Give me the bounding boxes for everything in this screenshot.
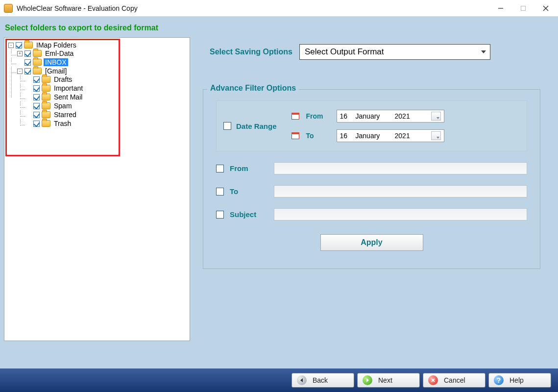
from-filter-label: From [230,164,268,172]
tree-label: Spam [52,102,73,110]
tree-label: [Gmail] [44,67,68,75]
tree-label: Eml-Data [44,49,75,57]
minimize-button[interactable] [489,0,512,16]
checkbox[interactable] [33,103,40,109]
tree-node[interactable]: Spam [26,102,188,110]
svg-marker-4 [300,378,303,382]
select-value: Select Output Format [305,47,384,57]
folder-icon [42,76,50,83]
window-title: WholeClear Software - Evaluation Copy [17,4,138,12]
maximize-button[interactable] [512,0,534,16]
folder-icon [42,102,50,109]
bottom-toolbar: Back Next Cancel ? Help [0,368,558,392]
advance-filter-fieldset: Advance Filter Options Date Range From 1… [203,89,540,269]
folder-icon [33,50,42,57]
folder-icon [24,42,33,49]
from-date-picker[interactable]: 16 January 2021 [337,110,444,122]
date-range-label: Date Range [236,122,277,130]
checkbox[interactable] [33,85,40,92]
checkbox[interactable] [33,112,40,118]
tree-label: Drafts [52,75,73,83]
folder-icon [42,85,50,92]
expand-toggle[interactable]: + [17,51,23,56]
tree-node-gmail[interactable]: - [Gmail] [17,67,188,75]
to-filter-label: To [230,187,268,196]
next-button[interactable]: Next [357,373,420,388]
options-panel: Select Saving Options Select Output Form… [202,37,552,341]
expand-spacer [17,60,23,65]
tree-node[interactable]: Sent Mail [26,93,188,101]
folder-icon [33,59,42,66]
subject-input[interactable] [274,208,527,220]
date-dropdown-icon[interactable] [431,131,441,140]
tree-node[interactable]: Drafts [26,75,188,83]
tree-label: INBOX [44,58,68,66]
date-range-checkbox[interactable] [223,122,231,130]
from-checkbox[interactable] [216,165,224,172]
subject-filter-label: Subject [230,210,268,219]
tree-label: Starred [52,111,78,119]
close-button[interactable] [534,0,557,16]
chevron-down-icon [481,50,486,53]
checkbox[interactable] [33,76,40,83]
tree-label: Sent Mail [52,93,84,101]
folder-icon [33,68,42,74]
checkbox[interactable] [33,94,40,100]
saving-options-label: Select Saving Options [210,48,292,56]
checkbox[interactable] [24,50,31,57]
checkbox[interactable] [16,42,22,49]
tree-label: IMap Folders [35,41,78,49]
to-date-picker[interactable]: 16 January 2021 [337,129,444,142]
svg-rect-1 [521,6,526,10]
folder-tree-panel: - IMap Folders + Eml-Dat [4,37,190,341]
apply-button[interactable]: Apply [320,234,423,251]
calendar-icon [291,113,299,120]
folder-icon [42,120,50,127]
tree-node[interactable]: Important [26,84,188,92]
checkbox[interactable] [33,121,40,127]
tree-label: Trash [52,120,73,127]
tree-node[interactable]: Starred [26,111,188,119]
to-input[interactable] [274,185,527,197]
svg-marker-5 [366,378,369,382]
fieldset-legend: Advance Filter Options [207,84,299,93]
expand-toggle[interactable]: - [17,69,23,74]
from-date-label: From [306,112,330,120]
date-range-box: Date Range From 16 January 2021 [216,100,527,151]
folder-icon [42,94,50,100]
to-checkbox[interactable] [216,188,224,196]
tree-label: Important [52,84,84,92]
help-icon: ? [494,375,504,385]
titlebar: WholeClear Software - Evaluation Copy [0,0,558,17]
calendar-icon [291,132,299,139]
app-icon [4,4,13,13]
content-area: Select folders to export to desired form… [0,17,558,392]
checkbox[interactable] [24,59,31,66]
cancel-icon [428,375,438,385]
next-icon [363,375,372,385]
tree-node-inbox[interactable]: INBOX [17,58,188,66]
to-date-label: To [306,132,330,140]
expand-toggle[interactable]: - [8,43,14,48]
back-icon [297,375,307,385]
tree-node[interactable]: + Eml-Data [17,49,188,57]
folder-icon [42,111,50,118]
date-dropdown-icon[interactable] [431,112,441,121]
folder-tree[interactable]: - IMap Folders + Eml-Dat [6,41,188,129]
tree-node[interactable]: Trash [26,120,188,127]
back-button[interactable]: Back [291,373,354,388]
checkbox[interactable] [24,68,31,74]
cancel-button[interactable]: Cancel [423,373,485,388]
from-input[interactable] [274,162,527,174]
tree-node-root[interactable]: - IMap Folders [8,41,188,49]
subject-checkbox[interactable] [216,211,224,219]
help-button[interactable]: ? Help [488,373,551,388]
page-heading: Select folders to export to desired form… [5,24,552,32]
output-format-select[interactable]: Select Output Format [299,44,490,60]
